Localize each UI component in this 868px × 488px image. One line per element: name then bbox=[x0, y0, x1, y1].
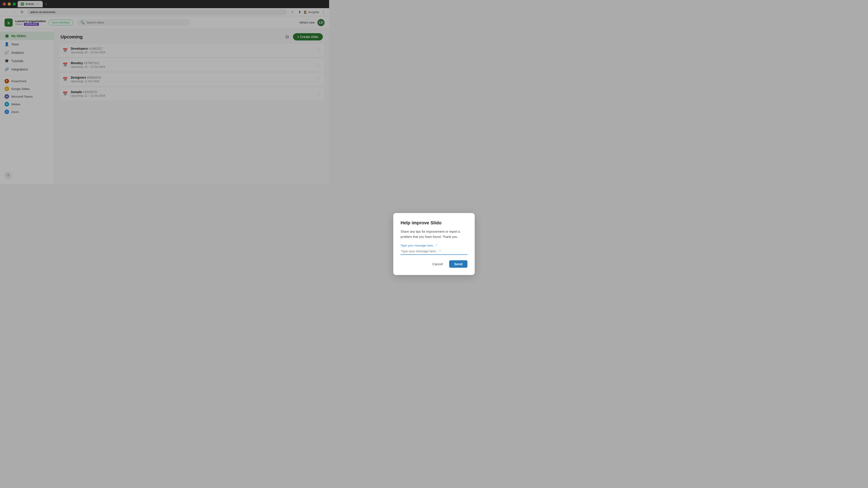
modal-overlay[interactable]: Help improve Slido Share any tips for im… bbox=[0, 0, 329, 184]
